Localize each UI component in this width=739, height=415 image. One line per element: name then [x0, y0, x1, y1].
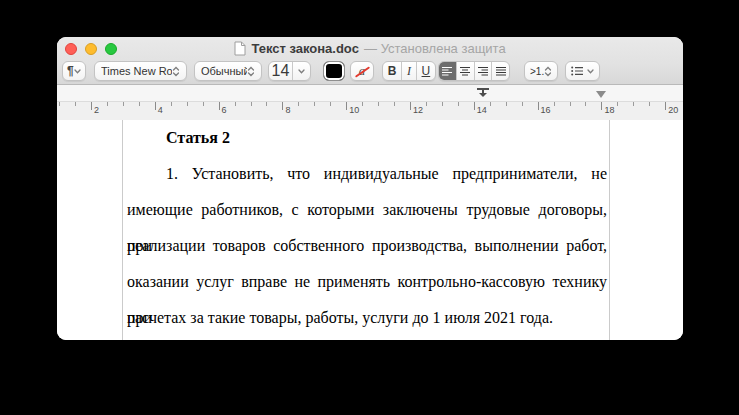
- document-area[interactable]: Статья 21. Установить, что индивидуальны…: [57, 120, 683, 340]
- chevron-down-icon: [587, 69, 594, 74]
- ruler-tick: [282, 102, 283, 110]
- align-justify-icon: [496, 66, 506, 76]
- font-size-value: 14: [269, 62, 293, 80]
- ruler-tick: [123, 102, 124, 106]
- pilcrow-icon: ¶: [67, 64, 74, 78]
- ruler-tick: [617, 102, 618, 106]
- align-center-button[interactable]: [457, 62, 475, 80]
- font-style-group: B I U: [382, 61, 436, 81]
- ruler-tick: [139, 102, 140, 106]
- document-icon: [234, 41, 246, 56]
- ruler-number: 12: [413, 105, 423, 115]
- ruler-tick: [458, 102, 459, 106]
- ruler-number: 20: [668, 105, 678, 115]
- document-text-column[interactable]: Статья 21. Установить, что индивидуальны…: [127, 120, 607, 336]
- list-icon: [571, 66, 583, 76]
- underline-label: U: [422, 64, 431, 78]
- chevron-down-icon: [298, 69, 305, 74]
- ruler-tick: [330, 102, 331, 106]
- line-spacing-value: >1...: [530, 66, 544, 77]
- ruler-tick: [474, 102, 475, 110]
- ruler-tick: [235, 102, 236, 106]
- font-size-dropdown-button[interactable]: [293, 62, 310, 80]
- ruler-tick: [314, 102, 315, 106]
- list-style-dropdown[interactable]: [565, 61, 600, 81]
- chevron-up-down-icon: [544, 66, 552, 77]
- ruler-tick: [362, 102, 363, 106]
- toolbar: ¶ Times New Rom... Обычный: [57, 59, 683, 84]
- paragraph-style-value: Обычный: [201, 65, 247, 77]
- document-text-line[interactable]: оказании услуг вправе не применять контр…: [127, 264, 607, 300]
- ruler-tick: [538, 102, 539, 110]
- ruler-number: 18: [604, 105, 614, 115]
- chevron-up-down-icon: [247, 66, 255, 77]
- ruler-tick: [187, 102, 188, 106]
- text-boundary-left: [122, 120, 123, 340]
- ruler-tick: [585, 102, 586, 106]
- italic-button[interactable]: I: [402, 62, 417, 80]
- document-text-line[interactable]: Статья 2: [127, 120, 607, 156]
- align-justify-button[interactable]: [492, 62, 509, 80]
- ruler-number: 8: [285, 105, 290, 115]
- ruler-tick: [410, 102, 411, 110]
- title-group: Текст закона.doc — Установлена защита: [57, 37, 683, 59]
- paragraph-style-select[interactable]: Обычный: [194, 61, 262, 81]
- line-spacing-select[interactable]: >1...: [524, 61, 558, 81]
- ruler-tick: [298, 102, 299, 106]
- document-text-line[interactable]: расчетах за такие товары, работы, услуги…: [127, 300, 607, 336]
- ruler-tick: [394, 102, 395, 106]
- ruler-tick: [570, 102, 571, 106]
- ruler-tick: [490, 102, 491, 106]
- italic-label: I: [407, 64, 411, 79]
- right-indent-marker[interactable]: [596, 91, 606, 98]
- ruler-tick: [378, 102, 379, 106]
- ruler-number: 6: [222, 105, 227, 115]
- align-left-button[interactable]: [439, 62, 457, 80]
- alignment-group: [438, 61, 510, 81]
- align-center-icon: [460, 66, 470, 76]
- font-family-value: Times New Rom...: [101, 65, 172, 77]
- window-title: Текст закона.doc: [251, 41, 359, 56]
- first-line-indent-marker[interactable]: [477, 88, 489, 97]
- ruler-number: 16: [541, 105, 551, 115]
- ruler-tick: [633, 102, 634, 106]
- window-title-status: — Установлена защита: [364, 41, 506, 56]
- ruler-tick: [522, 102, 523, 106]
- align-right-icon: [478, 66, 488, 76]
- chevron-up-down-icon: [172, 66, 180, 77]
- chevron-down-icon: [74, 69, 81, 74]
- bold-label: B: [388, 64, 397, 78]
- paragraph-marks-dropdown[interactable]: ¶: [62, 61, 86, 81]
- ruler-tick: [107, 102, 108, 106]
- ruler-tick: [59, 102, 60, 106]
- ruler-tick: [649, 102, 650, 106]
- ruler-number: 14: [477, 105, 487, 115]
- ruler-tick: [601, 102, 602, 110]
- font-size-select[interactable]: 14: [268, 61, 311, 81]
- font-family-select[interactable]: Times New Rom...: [94, 61, 187, 81]
- document-text-line[interactable]: реализации товаров собственного производ…: [127, 228, 607, 264]
- titlebar[interactable]: Текст закона.doc — Установлена защита: [57, 37, 683, 59]
- underline-button[interactable]: U: [417, 62, 435, 80]
- text-color-well[interactable]: [323, 61, 345, 81]
- align-right-button[interactable]: [475, 62, 493, 80]
- ruler-tick: [219, 102, 220, 110]
- indent-marker-arrow: [479, 93, 487, 97]
- ruler-tick: [346, 102, 347, 110]
- highlight-color-button[interactable]: a: [350, 61, 374, 81]
- ruler-number: 10: [349, 105, 359, 115]
- document-text-line[interactable]: 1. Установить, что индивидуальные предпр…: [127, 156, 607, 192]
- ruler-tick: [171, 102, 172, 106]
- app-window: Текст закона.doc — Установлена защита ¶ …: [57, 37, 683, 340]
- document-text-line[interactable]: имеющие работников, с которыми заключены…: [127, 192, 607, 228]
- window-header: Текст закона.doc — Установлена защита ¶ …: [57, 37, 683, 85]
- ruler: 2468101214161820: [57, 85, 683, 120]
- ruler-tick: [506, 102, 507, 106]
- ruler-tick: [442, 102, 443, 106]
- ruler-tick: [91, 102, 92, 110]
- text-boundary-right: [609, 120, 610, 340]
- ruler-marker-strip: [57, 85, 683, 101]
- ruler-number: 2: [94, 105, 99, 115]
- bold-button[interactable]: B: [383, 62, 402, 80]
- align-left-icon: [442, 66, 452, 76]
